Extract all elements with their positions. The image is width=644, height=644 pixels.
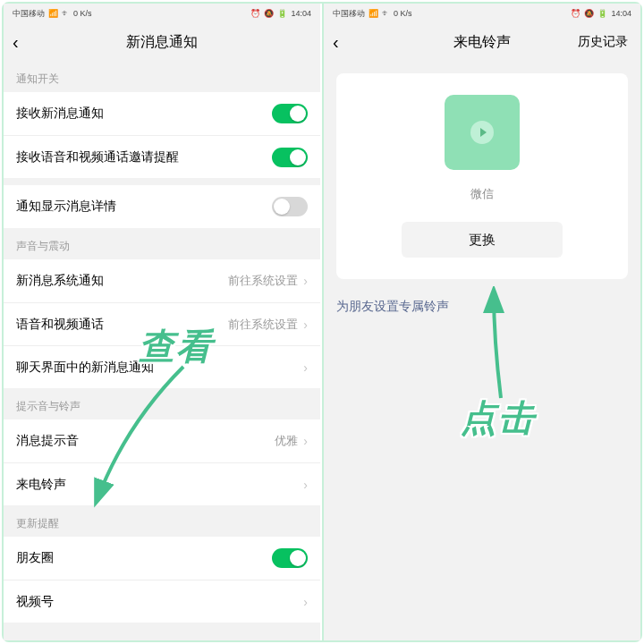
row-label: 视频号: [16, 594, 303, 610]
right-panel: 中国移动 📶 ᯤ 0 K/s ⏰ 🔕 🔋 14:04 ‹ 来电铃声 历史记录 微…: [324, 4, 640, 640]
history-action[interactable]: 历史记录: [578, 34, 628, 50]
row-show-detail[interactable]: 通知显示消息详情: [4, 185, 320, 228]
battery-icon: 🔋: [277, 9, 287, 18]
section-header-update: 更新提醒: [4, 505, 320, 537]
chevron-right-icon: ›: [303, 595, 308, 609]
carrier-label: 中国移动: [13, 8, 45, 20]
change-button[interactable]: 更换: [402, 222, 563, 258]
row-label: 来电铃声: [16, 477, 303, 493]
signal-icon: 📶: [48, 9, 58, 18]
row-label: 聊天界面中的新消息通知: [16, 360, 303, 376]
wifi-icon: ᯤ: [382, 9, 390, 18]
navbar-right: ‹ 来电铃声 历史记录: [324, 23, 640, 61]
chevron-right-icon: ›: [303, 318, 308, 332]
navbar-left: ‹ 新消息通知: [4, 23, 320, 61]
row-label: 接收新消息通知: [16, 106, 272, 122]
play-icon: [470, 121, 494, 144]
toggle-on-icon[interactable]: [272, 548, 308, 568]
left-panel: 中国移动 📶 ᯤ 0 K/s ⏰ 🔕 🔋 14:04 ‹ 新消息通知 通知开关 …: [4, 4, 320, 640]
net-speed: 0 K/s: [73, 9, 92, 18]
mute-icon: 🔕: [584, 9, 594, 18]
mute-icon: 🔕: [264, 9, 274, 18]
back-icon[interactable]: ‹: [13, 32, 19, 53]
toggle-on-icon[interactable]: [272, 104, 308, 123]
row-chat-notify[interactable]: 聊天界面中的新消息通知 ›: [4, 345, 320, 388]
chevron-right-icon: ›: [303, 478, 308, 492]
wifi-icon: ᯤ: [62, 9, 70, 18]
row-label: 朋友圈: [16, 550, 272, 566]
row-label: 新消息系统通知: [16, 273, 228, 289]
row-voice-invite[interactable]: 接收语音和视频通话邀请提醒: [4, 135, 320, 178]
row-label: 通知显示消息详情: [16, 199, 272, 215]
ringtone-card: 微信 更换: [336, 73, 628, 279]
alarm-icon: ⏰: [250, 9, 260, 18]
ringtone-cover[interactable]: [445, 95, 520, 170]
clock-label: 14:04: [291, 9, 311, 18]
row-moments[interactable]: 朋友圈: [4, 537, 320, 580]
row-voip[interactable]: 语音和视频通话 前往系统设置 ›: [4, 302, 320, 345]
row-value: 前往系统设置: [228, 273, 298, 289]
row-receive-notify[interactable]: 接收新消息通知: [4, 92, 320, 135]
row-label: 语音和视频通话: [16, 317, 228, 333]
row-ringtone[interactable]: 来电铃声 ›: [4, 462, 320, 505]
toggle-off-icon[interactable]: [272, 197, 308, 216]
row-label: 接收语音和视频通话邀请提醒: [16, 149, 272, 165]
friend-ringtone-link[interactable]: 为朋友设置专属铃声: [336, 299, 628, 315]
chevron-right-icon: ›: [303, 434, 308, 448]
section-header-switch: 通知开关: [4, 61, 320, 92]
signal-icon: 📶: [369, 9, 378, 18]
net-speed: 0 K/s: [394, 9, 412, 18]
row-sys-notify[interactable]: 新消息系统通知 前往系统设置 ›: [4, 259, 320, 302]
clock-label: 14:04: [611, 9, 631, 18]
section-header-sound: 声音与震动: [4, 228, 320, 259]
chevron-right-icon: ›: [303, 274, 308, 288]
ringtone-name: 微信: [470, 186, 494, 202]
alarm-icon: ⏰: [571, 9, 580, 18]
row-value: 优雅: [275, 433, 298, 449]
section-header-tone: 提示音与铃声: [4, 388, 320, 419]
page-title: 来电铃声: [453, 33, 511, 52]
page-title: 新消息通知: [126, 33, 198, 52]
status-bar: 中国移动 📶 ᯤ 0 K/s ⏰ 🔕 🔋 14:04: [4, 4, 320, 23]
carrier-label: 中国移动: [333, 8, 365, 20]
status-bar: 中国移动 📶 ᯤ 0 K/s ⏰ 🔕 🔋 14:04: [324, 4, 640, 23]
row-value: 前往系统设置: [228, 317, 298, 333]
row-tone[interactable]: 消息提示音 优雅 ›: [4, 419, 320, 462]
toggle-on-icon[interactable]: [272, 148, 308, 167]
row-channels[interactable]: 视频号 ›: [4, 580, 320, 623]
battery-icon: 🔋: [597, 9, 607, 18]
row-label: 消息提示音: [16, 433, 275, 449]
chevron-right-icon: ›: [303, 360, 308, 375]
back-icon[interactable]: ‹: [333, 32, 339, 53]
